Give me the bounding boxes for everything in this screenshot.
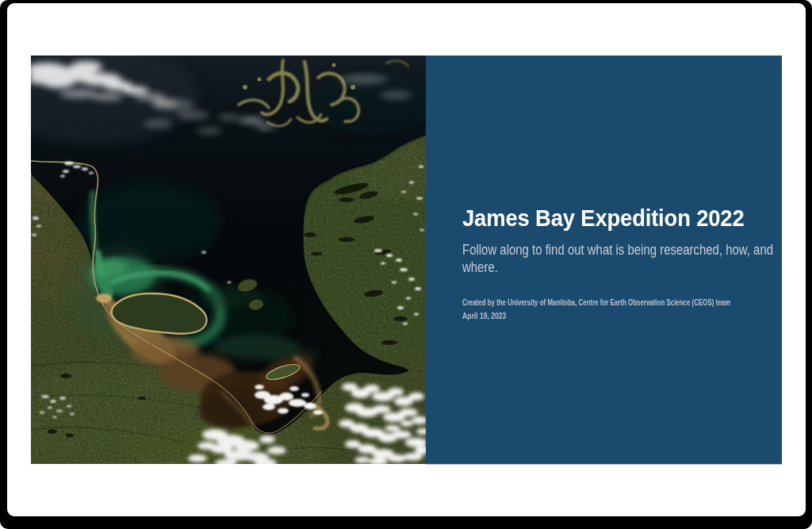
page-card: James Bay Expedition 2022 Follow along t… (7, 3, 806, 516)
story-title: James Bay Expedition 2022 (462, 203, 750, 233)
satellite-image-james-bay (31, 56, 426, 464)
cover-text-panel: James Bay Expedition 2022 Follow along t… (426, 56, 782, 464)
story-subtitle-line1: Follow along to find out what is being r… (462, 241, 724, 259)
cover-hero-satellite-image (31, 56, 426, 464)
story-publish-date: April 19, 2023 (462, 311, 708, 321)
story-subtitle: Follow along to find out what is being r… (462, 241, 777, 276)
story-subtitle-line2: where. (462, 259, 724, 276)
story-byline: Created by the University of Manitoba, C… (462, 297, 689, 308)
screenshot-frame: James Bay Expedition 2022 Follow along t… (0, 0, 812, 529)
story-cover: James Bay Expedition 2022 Follow along t… (31, 56, 782, 464)
